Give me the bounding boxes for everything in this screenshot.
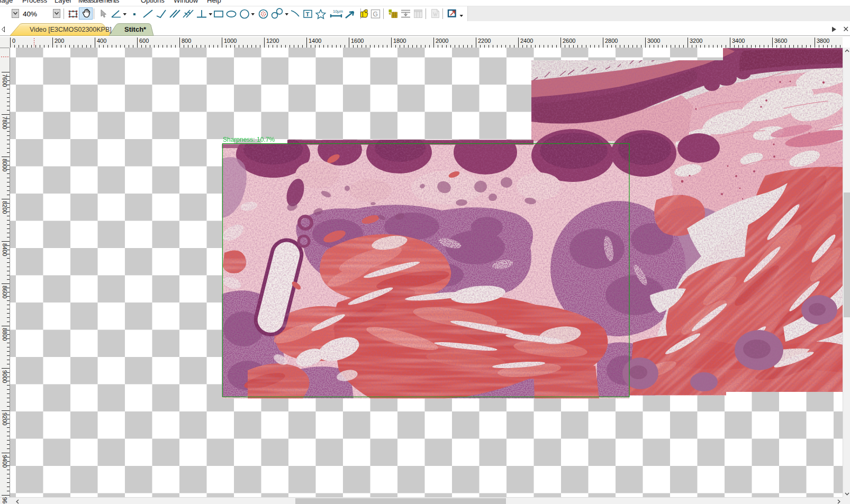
svg-text:G: G xyxy=(373,11,378,18)
svg-text:Video [E3CMOS02300KPB]: Video [E3CMOS02300KPB] xyxy=(30,26,112,33)
svg-text:Stitch*: Stitch* xyxy=(124,25,147,33)
svg-text:10μm: 10μm xyxy=(333,9,343,14)
svg-text:40%: 40% xyxy=(23,10,37,18)
svg-text:Sharpness: 10.7%: Sharpness: 10.7% xyxy=(223,136,275,143)
svg-text:T: T xyxy=(306,11,310,17)
